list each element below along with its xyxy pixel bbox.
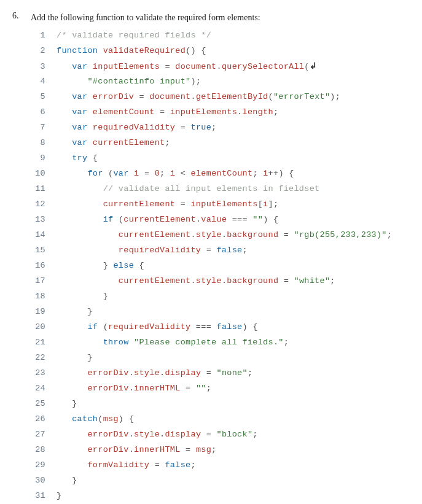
line-number: 20 [31, 323, 45, 331]
code-token: currentElement [93, 138, 165, 147]
code-token: < [175, 169, 190, 178]
code-token: i [263, 200, 268, 209]
code-token: () { [186, 46, 206, 55]
code-token: ; [273, 107, 278, 117]
code-token: requiredValidity [93, 123, 175, 132]
line-number: 12 [31, 200, 45, 209]
code-token: . [129, 384, 134, 393]
code-content: errorDiv.innerHTML = ""; [57, 384, 211, 393]
code-token: = [155, 107, 170, 117]
code-token: { [87, 153, 98, 163]
code-token: inputElements [93, 62, 160, 71]
code-token: = [278, 276, 294, 285]
code-token: msg [196, 445, 211, 454]
code-line: 9 try { [31, 153, 410, 168]
code-content: } [57, 492, 61, 500]
code-token: 0 [155, 169, 160, 178]
code-line: 24 errorDiv.innerHTML = ""; [31, 383, 410, 398]
line-number: 10 [31, 169, 45, 178]
code-token: // validate all input elements in fields… [103, 184, 320, 193]
code-token: msg [103, 414, 119, 424]
code-line: 14 currentElement.style.background = "rg… [31, 230, 410, 245]
code-line: 5 var errorDiv = document.getElementById… [31, 91, 410, 107]
code-token: for [87, 169, 103, 178]
code-content: var inputElements = document.querySelect… [57, 62, 317, 71]
code-token: style [134, 368, 160, 378]
line-number: 24 [31, 384, 45, 393]
code-content: formValidity = false; [57, 461, 196, 470]
code-line: 26 catch(msg) { [31, 414, 410, 429]
code-content: } [57, 400, 77, 408]
code-token: = [149, 460, 165, 470]
code-line: 25 } [31, 398, 410, 414]
code-token: ( [304, 62, 309, 71]
code-content: } [57, 354, 93, 362]
code-line: 2function validateRequired() { [31, 45, 410, 61]
code-token [57, 62, 72, 71]
code-content: "#contactinfo input"); [57, 77, 201, 86]
code-token [57, 153, 72, 163]
line-number: 2 [31, 47, 45, 55]
code-token: . [237, 107, 242, 117]
code-token [57, 230, 119, 239]
code-line: 28 errorDiv.innerHTML = msg; [31, 444, 410, 460]
line-number: 22 [31, 354, 45, 362]
code-token: if [103, 215, 114, 224]
code-token: "Please complete all fields." [134, 338, 284, 347]
code-block: 1/* validate required fields */2function… [31, 30, 410, 504]
code-token: } [57, 491, 61, 500]
code-token: elementCount [93, 107, 155, 117]
code-token [57, 384, 87, 393]
code-line: 6 var elementCount = inputElements.lengt… [31, 107, 410, 122]
code-line: 11 // validate all input elements in fie… [31, 184, 410, 199]
line-number: 21 [31, 338, 45, 347]
code-token: catch [72, 414, 98, 424]
code-token: "white" [294, 276, 330, 285]
code-token: ; [248, 368, 252, 378]
line-number: 15 [31, 246, 45, 255]
code-token: ]; [268, 200, 279, 209]
code-token [57, 215, 103, 224]
code-content: if (requiredValidity === false) { [57, 323, 258, 331]
code-token: ) { [119, 414, 134, 424]
code-token: ; [242, 246, 247, 255]
line-number: 13 [31, 215, 45, 224]
code-token [57, 307, 87, 316]
code-content: } [57, 308, 93, 316]
code-token: ; [206, 384, 211, 393]
code-line: 16 } else { [31, 260, 410, 276]
line-number: 23 [31, 369, 45, 378]
code-content: var errorDiv = document.getElementById("… [57, 93, 340, 101]
code-token: . [217, 62, 222, 71]
code-token [87, 62, 92, 71]
code-line: 3 var inputElements = document.querySele… [31, 61, 410, 76]
code-token: currentElement [123, 215, 196, 224]
code-token: "errorText" [273, 92, 330, 101]
code-token: "" [196, 384, 206, 393]
code-line: 17 currentElement.style.background = "wh… [31, 276, 410, 291]
code-content: currentElement.style.background = "white… [57, 277, 335, 285]
code-token: innerHTML [134, 384, 181, 393]
code-token: inputElements [190, 200, 257, 209]
code-content: var requiredValidity = true; [57, 123, 217, 132]
code-token [57, 138, 72, 147]
code-token: ( [98, 414, 103, 424]
code-content: /* validate required fields */ [57, 31, 211, 40]
code-token: ; [190, 460, 195, 470]
code-token: style [196, 276, 222, 285]
code-token [87, 138, 92, 147]
code-token: currentElement [119, 230, 191, 239]
code-token [57, 200, 103, 209]
code-token [57, 338, 103, 347]
code-token: "rgb(255,233,233)" [294, 230, 387, 239]
code-content: try { [57, 154, 98, 163]
code-line: 19 } [31, 306, 410, 322]
code-token: currentElement [103, 200, 176, 209]
line-number: 31 [31, 492, 45, 500]
code-token: false [165, 460, 190, 470]
code-line: 29 formValidity = false; [31, 460, 410, 475]
code-token: function [57, 46, 98, 55]
code-token: background [227, 230, 278, 239]
code-token [98, 46, 103, 55]
code-content: currentElement.style.background = "rgb(2… [57, 231, 392, 239]
